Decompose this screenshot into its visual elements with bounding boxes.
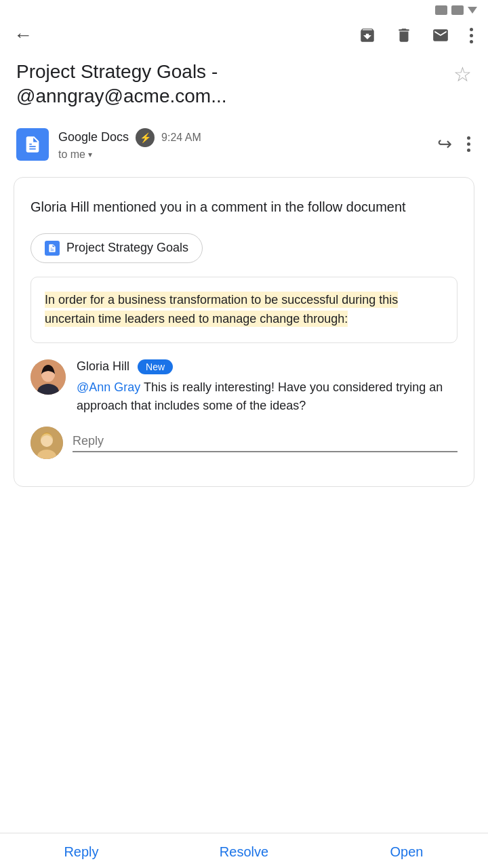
archive-icon — [359, 26, 376, 44]
gloria-avatar-image — [30, 359, 66, 395]
signal2-icon — [451, 5, 464, 15]
reply-button[interactable]: ↩ — [437, 134, 452, 155]
send-time: 9:24 AM — [161, 132, 201, 144]
quote-text: In order for a business transformation t… — [45, 292, 398, 327]
mail-button[interactable] — [432, 26, 449, 44]
star-button[interactable]: ☆ — [453, 62, 472, 86]
sdot2 — [467, 142, 470, 146]
bottom-action-bar: Reply Resolve Open — [0, 833, 488, 868]
reply-avatar — [30, 427, 63, 459]
doc-link-icon — [45, 241, 60, 256]
commenter-avatar — [30, 359, 66, 395]
caret-icon: ▾ — [88, 150, 92, 159]
comment-body: Gloria Hill New @Ann Gray This is really… — [77, 359, 458, 416]
subject-title: Project Strategy Goals - @anngray@acme.c… — [16, 60, 445, 109]
reply-input-wrapper — [73, 434, 458, 452]
reply-button-bottom[interactable]: Reply — [0, 844, 163, 860]
quote-box: In order for a business transformation t… — [30, 277, 458, 343]
dot1 — [470, 28, 473, 31]
toolbar-icons — [359, 26, 474, 45]
status-bar — [0, 0, 488, 18]
comment-section: Gloria Hill New @Ann Gray This is really… — [30, 359, 458, 427]
mention-at-user: @Ann Gray — [77, 380, 140, 394]
sender-name-row: Google Docs ⚡ 9:24 AM — [58, 128, 437, 147]
comment-text: @Ann Gray This is really interesting! Ha… — [77, 378, 458, 416]
lightning-icon: ⚡ — [136, 128, 155, 147]
svg-point-7 — [41, 433, 53, 447]
more-button[interactable] — [468, 26, 474, 45]
mail-icon — [432, 26, 449, 44]
delete-icon — [395, 26, 413, 44]
sender-name: Google Docs — [58, 130, 129, 144]
doc-link-label: Project Strategy Goals — [66, 241, 188, 255]
sender-avatar — [16, 128, 49, 161]
sender-row: Google Docs ⚡ 9:24 AM to me ▾ ↩ — [0, 123, 488, 172]
open-button[interactable]: Open — [325, 844, 488, 860]
commenter-name: Gloria Hill — [77, 359, 129, 374]
comment-header: Gloria Hill New — [77, 359, 458, 374]
resolve-button[interactable]: Resolve — [163, 844, 325, 860]
doc-link-button[interactable]: Project Strategy Goals — [30, 233, 203, 263]
sdot1 — [467, 136, 470, 140]
new-badge: New — [138, 359, 173, 374]
reply-input[interactable] — [73, 434, 458, 448]
to-me-label[interactable]: to me ▾ — [58, 149, 437, 161]
status-icons — [435, 5, 477, 15]
dot2 — [470, 34, 473, 37]
user-avatar-image — [30, 427, 63, 459]
back-button[interactable]: ← — [14, 26, 33, 45]
sender-info: Google Docs ⚡ 9:24 AM to me ▾ — [58, 128, 437, 161]
google-docs-icon — [23, 135, 42, 154]
email-card: Gloria Hill mentioned you in a comment i… — [14, 177, 474, 488]
delete-button[interactable] — [395, 26, 413, 44]
sender-more-button[interactable] — [466, 135, 472, 153]
doc-icon — [47, 243, 57, 253]
to-me-text: to me — [58, 149, 85, 161]
mention-text: Gloria Hill mentioned you in a comment i… — [30, 197, 458, 217]
toolbar: ← — [0, 18, 488, 53]
subject-area: Project Strategy Goals - @anngray@acme.c… — [0, 53, 488, 123]
sdot3 — [467, 149, 470, 152]
dot3 — [470, 40, 473, 43]
sender-actions: ↩ — [437, 134, 472, 155]
signal1-icon — [435, 5, 447, 15]
subject-line2: @anngray@acme.com... — [16, 84, 445, 108]
reply-input-row — [30, 427, 458, 470]
archive-button[interactable] — [359, 26, 376, 44]
subject-line1: Project Strategy Goals - — [16, 60, 445, 84]
dropdown-icon — [468, 7, 477, 14]
